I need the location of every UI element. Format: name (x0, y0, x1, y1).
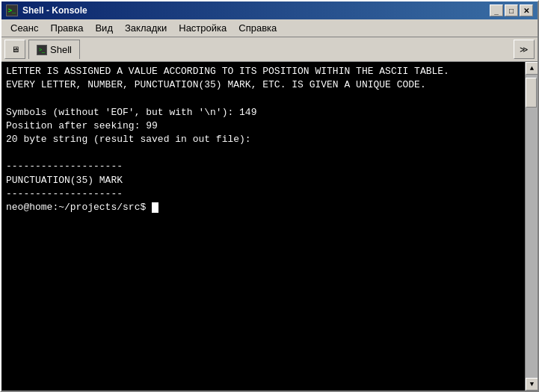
terminal-line-6: 20 byte string (result saved in out file… (6, 134, 251, 145)
scrollbar-vertical: ▲ ▼ (525, 62, 538, 391)
menu-settings[interactable]: Настройка (173, 21, 232, 35)
scroll-down-button[interactable]: ▼ (526, 378, 538, 391)
terminal-line-10: -------------------- (6, 188, 123, 199)
terminal-title-icon: >_ (6, 4, 18, 16)
terminal-line-4: Symbols (without 'EOF', but with '\n'): … (6, 107, 256, 118)
toolbar-icon-button[interactable]: 🖥 (4, 40, 25, 59)
cursor (152, 202, 158, 213)
scroll-up-button[interactable]: ▲ (526, 62, 538, 75)
new-terminal-icon: 🖥 (11, 45, 19, 55)
terminal-line-5: Position after seeking: 99 (6, 120, 158, 131)
scroll-right-icon: ≫ (520, 45, 529, 55)
terminal-line-9: PUNCTUATION(35) MARK (6, 175, 123, 186)
menu-session[interactable]: Сеанс (4, 21, 45, 35)
terminal-line-2: EVERY LETTER, NUMBER, PUNCTUATION(35) MA… (6, 79, 426, 90)
toolbar: 🖥 >_ Shell ≫ (1, 37, 538, 62)
scroll-thumb[interactable] (526, 78, 537, 108)
minimize-button[interactable]: _ (490, 4, 503, 16)
maximize-button[interactable]: □ (505, 4, 518, 16)
tab-terminal-icon: >_ (37, 45, 47, 55)
window-controls: _ □ ✕ (490, 4, 533, 16)
close-button[interactable]: ✕ (520, 4, 533, 16)
title-bar-left: >_ Shell - Konsole (6, 4, 87, 16)
window: >_ Shell - Konsole _ □ ✕ Сеанс Правка Ви… (0, 0, 539, 392)
scroll-track[interactable] (526, 75, 538, 378)
terminal-prompt: neo@home:~/projects/src$ (6, 202, 152, 213)
title-bar: >_ Shell - Konsole _ □ ✕ (1, 1, 538, 19)
window-title: Shell - Konsole (22, 5, 87, 16)
terminal-line-1: LETTER IS ASSIGNED A VALUE ACCORDING TO … (6, 66, 449, 77)
shell-tab[interactable]: >_ Shell (28, 40, 80, 59)
toolbar-right-button[interactable]: ≫ (514, 40, 535, 59)
tab-label: Shell (50, 44, 72, 55)
menu-bar: Сеанс Правка Вид Закладки Настройка Спра… (1, 19, 538, 37)
menu-edit[interactable]: Правка (45, 21, 90, 35)
menu-view[interactable]: Вид (89, 21, 119, 35)
menu-help[interactable]: Справка (232, 21, 283, 35)
terminal[interactable]: LETTER IS ASSIGNED A VALUE ACCORDING TO … (1, 62, 525, 391)
menu-bookmarks[interactable]: Закладки (119, 21, 173, 35)
terminal-line-8: -------------------- (6, 161, 123, 172)
terminal-area: LETTER IS ASSIGNED A VALUE ACCORDING TO … (1, 62, 538, 391)
